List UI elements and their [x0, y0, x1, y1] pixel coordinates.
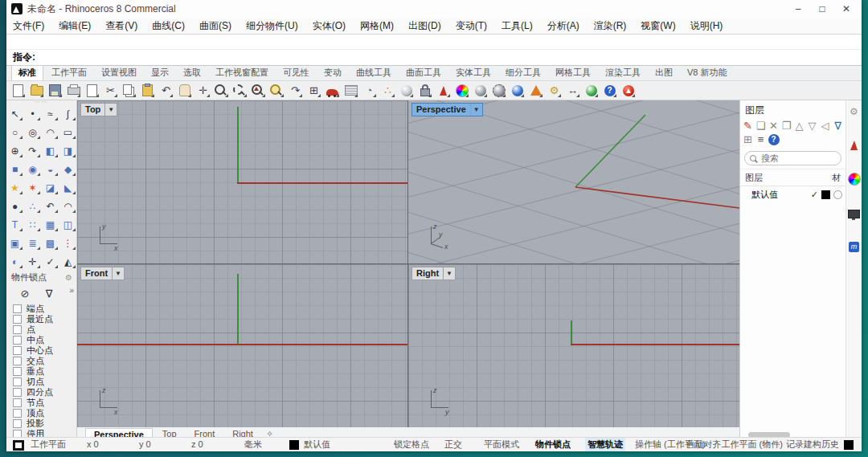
tab-cplane[interactable]: 工作平面	[45, 66, 93, 80]
layer-columns-button[interactable]: ⊞	[742, 133, 754, 145]
tab-display[interactable]: 显示	[145, 66, 175, 80]
tab-subd-tools[interactable]: 细分工具	[499, 66, 547, 80]
viewport-right-label[interactable]: Right	[412, 267, 443, 280]
command-area[interactable]: 指令:	[6, 34, 862, 66]
osnap-checkbox-mid[interactable]	[13, 336, 22, 345]
osnap-checkbox-quadrant[interactable]	[13, 388, 22, 397]
current-layer-menu[interactable]: 默认值	[304, 438, 330, 451]
options-gears-button[interactable]: ⚙	[546, 83, 563, 99]
tab-solid-tools[interactable]: 实体工具	[449, 66, 497, 80]
layer-help-button[interactable]	[768, 133, 780, 145]
title-bar[interactable]: 未命名 - Rhinoceros 8 Commercial –□✕	[6, 0, 862, 18]
chamfer-edge-button[interactable]: ◣	[59, 178, 77, 197]
viewport-front[interactable]: Front ▼ z x	[77, 264, 407, 427]
command-history[interactable]	[6, 35, 862, 50]
maximize-button[interactable]: □	[810, 1, 834, 17]
osnap-item-quadrant[interactable]: 四分点	[13, 388, 77, 398]
open-file-button[interactable]	[28, 83, 45, 99]
cplane-menu[interactable]: 工作平面	[31, 438, 66, 451]
menu-file[interactable]: 文件(F)	[13, 19, 44, 33]
layer-name-column[interactable]: 图层	[745, 172, 763, 184]
rectangle-button[interactable]: ▭	[59, 123, 77, 141]
layer-search-box[interactable]	[744, 151, 841, 165]
check-select-button[interactable]: ✓	[42, 252, 59, 271]
panel-options-gear-icon[interactable]: ⚙	[848, 105, 861, 118]
layer-column-headers[interactable]: 图层 材	[740, 169, 845, 186]
new-layer-button[interactable]: ✎	[742, 120, 754, 132]
render-monitor-tab[interactable]	[848, 206, 861, 219]
color-wheel-button[interactable]	[453, 83, 470, 99]
tab-standard[interactable]: 标准	[11, 65, 43, 80]
layer-name[interactable]: 默认值	[751, 189, 808, 201]
toggle-auto-cplane[interactable]: ⌂自动对齐工作平面 (物件)	[680, 438, 783, 451]
display-tab[interactable]	[848, 173, 861, 186]
curve-interpolate-button[interactable]: ≈	[42, 104, 59, 123]
boolean-union-button[interactable]: ★	[6, 178, 24, 197]
text-button[interactable]: T	[6, 215, 24, 234]
osnap-checkbox-perpendicular[interactable]	[13, 367, 22, 376]
ellipse-button[interactable]: ◎	[24, 123, 42, 141]
lamp-button[interactable]	[398, 83, 415, 99]
duplicate-layer-button[interactable]: ❐	[780, 120, 792, 132]
surface-patch-button[interactable]: ◆	[59, 160, 77, 178]
undo-button[interactable]: ↶	[158, 83, 174, 99]
cone-button[interactable]	[527, 83, 544, 99]
chevron-down-icon[interactable]: ▼	[112, 267, 124, 280]
tab-surface-tools[interactable]: 曲面工具	[399, 66, 448, 80]
osnap-item-project[interactable]: 投影	[13, 419, 77, 429]
tab-viewport-layout[interactable]: 工作视窗配置	[209, 66, 275, 80]
osnap-item-intersection[interactable]: 交点	[13, 356, 77, 365]
point-cloud-button[interactable]: ∴	[24, 197, 42, 215]
command-prompt[interactable]: 指令:	[6, 50, 862, 65]
boolean-difference-button[interactable]: ●	[6, 197, 24, 215]
osnap-checkbox-intersection[interactable]	[13, 357, 22, 365]
point-button[interactable]: •	[24, 104, 42, 123]
layer-menu-button[interactable]: ≡	[755, 133, 767, 145]
print-button[interactable]	[65, 83, 82, 99]
chevron-down-icon[interactable]: ▼	[443, 267, 455, 280]
layer-material-column[interactable]: 材	[832, 172, 841, 184]
surface-loft-button[interactable]: ◨	[59, 141, 77, 160]
circle-button[interactable]: ○	[6, 123, 24, 141]
tab-curve-tools[interactable]: 曲线工具	[350, 66, 398, 80]
osnap-item-tangent[interactable]: 切点	[13, 377, 77, 387]
viewport-layout-button[interactable]: ⊞	[305, 83, 322, 99]
zoom-window-button[interactable]	[231, 83, 248, 99]
move-up-button[interactable]: △	[793, 120, 805, 132]
rotate-view-button[interactable]: ✛	[194, 83, 211, 99]
fillet-edge-button[interactable]: ◪	[42, 178, 59, 197]
layer-color-swatch[interactable]	[821, 190, 830, 199]
explode-button[interactable]: ✶	[24, 178, 42, 197]
osnap-gear-icon[interactable]: ⚙	[65, 273, 72, 282]
osnap-more-chevron-icon[interactable]: »	[69, 286, 74, 295]
point-array-button[interactable]: ∷	[24, 215, 42, 234]
chevron-down-icon[interactable]: ▼	[104, 104, 117, 116]
current-layer-check-icon[interactable]: ✓	[811, 190, 818, 200]
toggle-ortho[interactable]: 正交	[444, 438, 462, 451]
viewport-perspective-label[interactable]: Perspective	[412, 104, 470, 116]
subd-box-button[interactable]: ▣	[6, 234, 24, 252]
menu-curve[interactable]: 曲线(C)	[152, 19, 185, 33]
viewport-top[interactable]: Top ▼ y x	[77, 100, 407, 263]
osnap-item-center[interactable]: 中心点	[13, 345, 77, 355]
properties-tab[interactable]	[848, 139, 861, 152]
pan-button[interactable]	[176, 83, 193, 99]
curve-fillet-button[interactable]: ↶	[42, 197, 59, 215]
block-manager-button[interactable]: ∴	[379, 83, 396, 99]
arc-button[interactable]: ◠	[42, 123, 59, 141]
filter-button[interactable]	[844, 440, 854, 454]
viewport-top-label[interactable]: Top	[81, 104, 104, 116]
sphere-button[interactable]: ◉	[24, 160, 42, 178]
move-down-button[interactable]: ▽	[806, 120, 818, 132]
tab-set-view[interactable]: 设置视图	[95, 66, 143, 80]
helix-button[interactable]: ↷	[24, 141, 42, 160]
toggle-planar[interactable]: 平面模式	[484, 438, 519, 451]
zoom-dynamic-button[interactable]	[213, 83, 230, 99]
units-menu[interactable]: 毫米	[244, 438, 262, 451]
menu-subd[interactable]: 细分物件(U)	[246, 19, 298, 33]
help-button[interactable]	[601, 83, 618, 99]
sphere-outline-button[interactable]: ◭	[59, 252, 77, 271]
menu-view[interactable]: 查看(V)	[105, 19, 137, 33]
menu-transform[interactable]: 变动(T)	[456, 19, 487, 33]
osnap-item-perpendicular[interactable]: 垂点	[13, 366, 77, 376]
